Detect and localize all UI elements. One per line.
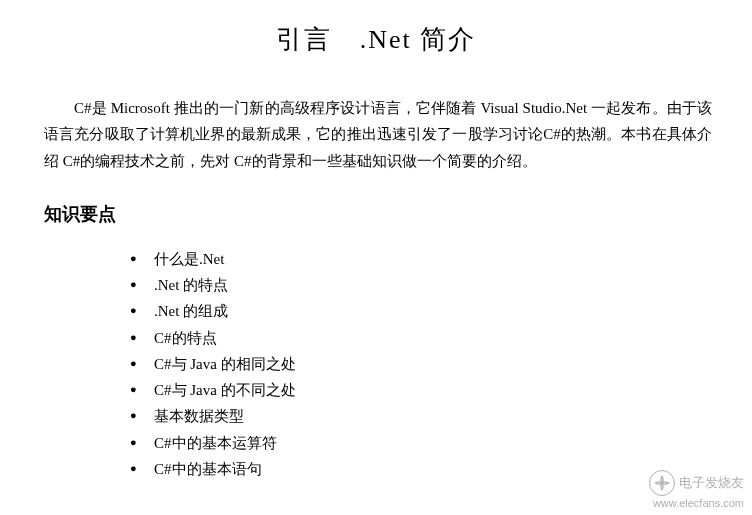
section-heading: 知识要点 bbox=[0, 174, 752, 246]
list-item: C#中的基本运算符 bbox=[130, 430, 752, 456]
watermark-brand: 电子发烧友 bbox=[679, 474, 744, 492]
list-item: 基本数据类型 bbox=[130, 403, 752, 429]
list-item: .Net 的组成 bbox=[130, 298, 752, 324]
list-item: 什么是.Net bbox=[130, 246, 752, 272]
fan-icon bbox=[649, 470, 675, 496]
list-item: .Net 的特点 bbox=[130, 272, 752, 298]
knowledge-points-list: 什么是.Net .Net 的特点 .Net 的组成 C#的特点 C#与 Java… bbox=[0, 246, 752, 482]
list-item: C#与 Java 的不同之处 bbox=[130, 377, 752, 403]
list-item: C#的特点 bbox=[130, 325, 752, 351]
watermark: 电子发烧友 www.elecfans.com bbox=[649, 470, 744, 509]
watermark-logo: 电子发烧友 bbox=[649, 470, 744, 496]
intro-paragraph: C#是 Microsoft 推出的一门新的高级程序设计语言，它伴随着 Visua… bbox=[0, 95, 752, 174]
watermark-url: www.elecfans.com bbox=[649, 497, 744, 509]
list-item: C#与 Java 的相同之处 bbox=[130, 351, 752, 377]
page-title: 引言 .Net 简介 bbox=[0, 0, 752, 95]
